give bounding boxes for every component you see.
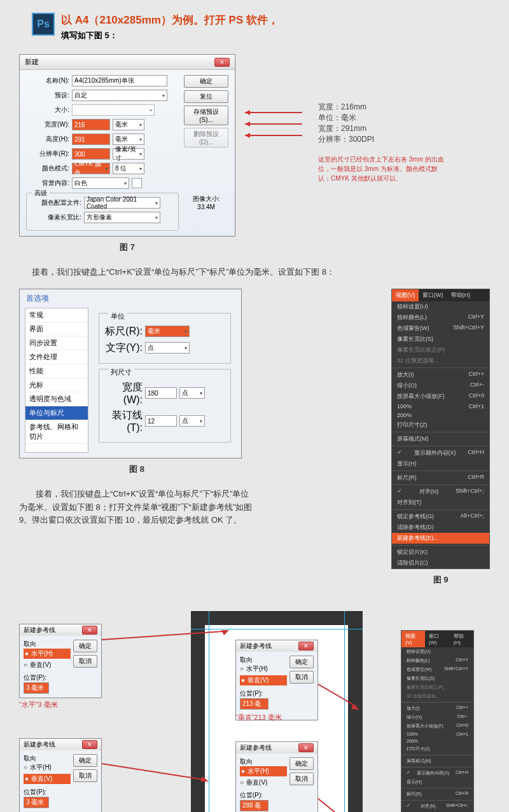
radio-v[interactable]: ○ 垂直(V): [240, 778, 287, 787]
preset-select[interactable]: 自定: [72, 90, 167, 101]
sidebar-item[interactable]: 参考线、网格和切片: [25, 420, 88, 444]
menu-item[interactable]: 新建参考线(E)...: [392, 533, 489, 544]
menu-item[interactable]: 显示额外内容(X)Ctrl+H: [401, 769, 473, 778]
menu-tab-window[interactable]: 窗口(W): [419, 289, 447, 301]
radio-v[interactable]: ● 垂直(V): [24, 774, 71, 784]
menu-item[interactable]: 缩小(O)Ctrl+-: [401, 713, 473, 722]
sidebar-item[interactable]: 常规: [25, 308, 88, 322]
bg-swatch[interactable]: [132, 178, 142, 188]
menu-item[interactable]: 锁定参考线(G)Alt+Ctrl+;: [392, 511, 489, 522]
sidebar-item[interactable]: 单位与标尺: [25, 406, 88, 420]
radio-v[interactable]: ● 垂直(V): [240, 675, 287, 685]
menu-item[interactable]: 校样颜色(L)Ctrl+Y: [392, 312, 489, 323]
menu-item[interactable]: 32 位预览选项...: [392, 355, 489, 366]
menu-item[interactable]: 像素长宽比校正(P): [392, 345, 489, 355]
menu-item[interactable]: 清除参考线(D): [392, 522, 489, 533]
menu-item[interactable]: 打印尺寸(Z): [392, 420, 489, 430]
cancel-button[interactable]: 取消: [289, 773, 314, 785]
menu-item[interactable]: 放大(I)Ctrl++: [401, 704, 473, 713]
gutter-unit[interactable]: 点: [179, 415, 205, 427]
ok-button[interactable]: 确定: [184, 75, 228, 88]
mode-select[interactable]: CMYK 颜色: [72, 163, 110, 174]
col-width-unit[interactable]: 点: [179, 387, 205, 399]
menu-item[interactable]: 200%: [401, 738, 473, 745]
close-icon[interactable]: ✕: [214, 58, 230, 67]
menu-item[interactable]: 对齐(N)Shift+Ctrl+;: [392, 486, 489, 497]
menu-item[interactable]: 像素长宽比(S): [401, 674, 473, 683]
res-unit-select[interactable]: 像素/英寸: [113, 148, 144, 160]
close-icon[interactable]: ✕: [298, 743, 314, 752]
sidebar-item[interactable]: 文件处理: [25, 350, 88, 364]
res-input[interactable]: [72, 148, 110, 160]
text-unit-select[interactable]: 点: [145, 342, 190, 354]
width-unit-select[interactable]: 毫米: [113, 119, 144, 130]
menu-item[interactable]: 100%Ctrl+1: [392, 402, 489, 411]
width-input[interactable]: [72, 119, 110, 130]
pos-input[interactable]: 3 毫米: [24, 797, 49, 808]
menu-item[interactable]: 屏幕模式(M): [392, 434, 489, 444]
height-unit-select[interactable]: 毫米: [113, 134, 144, 145]
aspect-select[interactable]: 方形像素: [84, 212, 160, 223]
menu-item[interactable]: 色域警告(W)Shift+Ctrl+Y: [401, 665, 473, 674]
save-preset-button[interactable]: 存储预设(S)...: [184, 106, 228, 125]
menu-item[interactable]: 锁定切片(K): [392, 547, 489, 558]
pos-input[interactable]: 3 毫米: [24, 682, 49, 694]
pos-input[interactable]: 288 毫米: [240, 800, 268, 811]
menu-tab-help[interactable]: 帮助(H): [447, 289, 475, 301]
gutter-input[interactable]: [145, 415, 177, 427]
sidebar-item[interactable]: 透明度与色域: [25, 392, 88, 406]
pos-input[interactable]: 213 毫米: [240, 698, 268, 710]
menu-item[interactable]: 200%: [392, 411, 489, 420]
menu-item[interactable]: 32 位预览选项...: [401, 692, 473, 701]
menu-item[interactable]: 校样颜色(L)Ctrl+Y: [401, 656, 473, 665]
close-icon[interactable]: ✕: [82, 740, 97, 749]
menu-item[interactable]: 显示(H): [392, 458, 489, 469]
menu-item[interactable]: 像素长宽比校正(P): [401, 683, 473, 692]
menu-item[interactable]: 显示额外内容(X)Ctrl+H: [392, 448, 489, 458]
menu-item[interactable]: 标尺(R)Ctrl+R: [401, 790, 473, 799]
cancel-button[interactable]: 取消: [73, 655, 97, 668]
profile-select[interactable]: Japan Color 2001 Coated: [84, 197, 160, 209]
menu-item[interactable]: 像素长宽比(S): [392, 334, 489, 345]
menu-item[interactable]: 校样设置(U): [392, 301, 489, 312]
ruler-select[interactable]: 毫米: [145, 326, 190, 337]
close-icon[interactable]: ✕: [82, 626, 97, 635]
ok-button[interactable]: 确定: [289, 757, 314, 770]
sidebar-item[interactable]: 同步设置: [25, 336, 88, 350]
cancel-button[interactable]: 取消: [73, 769, 97, 782]
radio-h[interactable]: ○ 水平(H): [24, 763, 71, 772]
cancel-button[interactable]: 复位: [184, 90, 228, 103]
menu-item[interactable]: 屏幕模式(M): [401, 757, 473, 766]
menu-item[interactable]: 对齐到(T): [392, 497, 489, 508]
menu-item[interactable]: 色域警告(W)Shift+Ctrl+Y: [392, 323, 489, 334]
sidebar-item[interactable]: 光标: [25, 378, 88, 392]
menu-item[interactable]: 按屏幕大小缩放(F)Ctrl+0: [392, 391, 489, 402]
menu-item[interactable]: 缩小(O)Ctrl+-: [392, 380, 489, 391]
sidebar-item[interactable]: 界面: [25, 322, 88, 336]
ok-button[interactable]: 确定: [73, 754, 97, 767]
menu-item[interactable]: 按屏幕大小缩放(F)Ctrl+0: [401, 722, 473, 731]
sidebar-item[interactable]: 性能: [25, 364, 88, 378]
menu-item[interactable]: 打印尺寸(Z): [401, 745, 473, 754]
close-icon[interactable]: ✕: [298, 642, 314, 650]
menu-item[interactable]: 校样设置(U): [401, 647, 473, 656]
ok-button[interactable]: 确定: [73, 640, 97, 652]
col-width-input[interactable]: [145, 387, 177, 399]
radio-h[interactable]: ● 水平(H): [240, 766, 287, 776]
name-input[interactable]: [72, 75, 167, 86]
menu-item[interactable]: 清除切片(C): [392, 558, 489, 568]
ok-button[interactable]: 确定: [289, 656, 314, 668]
cancel-button[interactable]: 取消: [289, 671, 314, 684]
height-input[interactable]: [72, 134, 110, 145]
menu-tab-view[interactable]: 视图(V): [392, 289, 419, 301]
bits-select[interactable]: 8 位: [113, 163, 144, 174]
radio-h[interactable]: ● 水平(H): [24, 649, 71, 659]
bg-select[interactable]: 白色: [72, 177, 129, 189]
menu-item[interactable]: 100%Ctrl+1: [401, 731, 473, 738]
radio-v[interactable]: ○ 垂直(V): [24, 661, 71, 670]
radio-h[interactable]: ○ 水平(H): [240, 664, 287, 673]
menu-item[interactable]: 显示(H): [401, 778, 473, 787]
menu-item[interactable]: 放大(I)Ctrl++: [392, 369, 489, 380]
menu-item[interactable]: 对齐(N)Shift+Ctrl+;: [401, 802, 473, 811]
menu-item[interactable]: 标尺(R)Ctrl+R: [392, 472, 489, 483]
